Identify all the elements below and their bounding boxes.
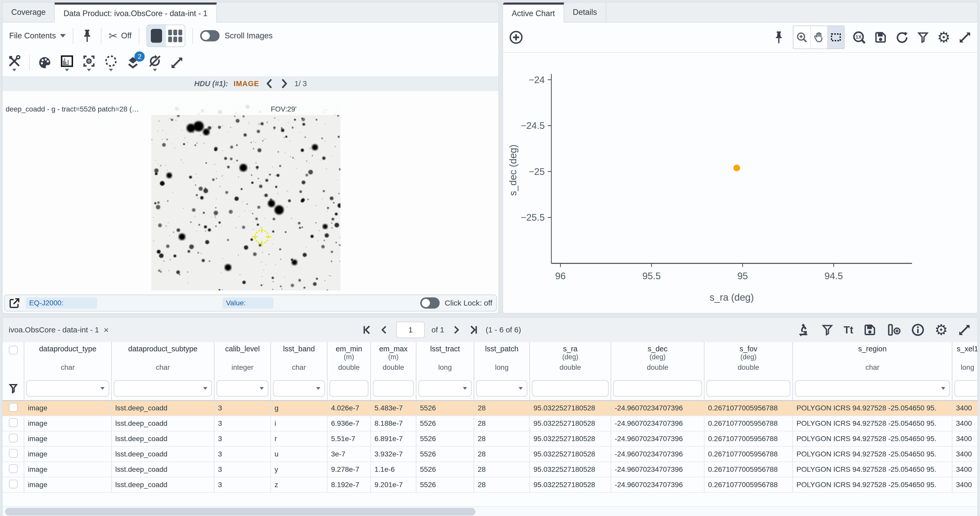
filter-input-em_min[interactable] — [329, 380, 368, 397]
filter-chart-icon[interactable] — [916, 30, 929, 44]
scrollbar-thumb[interactable] — [5, 508, 476, 516]
previous-page-button[interactable] — [379, 324, 390, 336]
chart-area[interactable]: 9695.59594.5−24−24.5−25−25.5s_ra (deg)s_… — [503, 53, 977, 313]
crop-toggle-button[interactable]: ✂ Off — [109, 30, 132, 42]
close-table-icon[interactable]: × — [103, 325, 109, 335]
color-palette-icon[interactable] — [37, 55, 52, 70]
zoom-original-icon[interactable]: 1X — [852, 30, 866, 44]
row-checkbox[interactable] — [9, 464, 18, 473]
click-lock-toggle[interactable] — [420, 297, 440, 309]
column-header-s_dec[interactable]: s_dec(deg)double — [611, 342, 704, 377]
previous-hdu-button[interactable] — [265, 78, 274, 89]
add-column-icon[interactable] — [886, 323, 901, 337]
column-header-lsst_band[interactable]: lsst_bandchar — [271, 342, 327, 377]
column-header-s_fov[interactable]: s_fov(deg)double — [704, 342, 793, 377]
expand-chart-icon[interactable] — [958, 30, 972, 44]
chevron-down-icon[interactable] — [260, 387, 264, 390]
filter-input-dataproduct_type[interactable] — [26, 380, 109, 397]
filter-input-lsst_tract[interactable] — [418, 380, 472, 397]
filter-input-s_fov[interactable] — [706, 380, 790, 397]
chevron-down-icon[interactable] — [203, 387, 207, 390]
chart-settings-gear-icon[interactable]: ⚙ — [937, 30, 950, 45]
filter-input-s_region[interactable] — [795, 380, 950, 397]
horizontal-scrollbar[interactable] — [3, 506, 977, 516]
grid-image-view-button[interactable] — [166, 25, 185, 46]
column-header-em_min[interactable]: em_min(m)double — [327, 342, 371, 377]
tab-details[interactable]: Details — [564, 3, 606, 22]
pin-chart-icon[interactable] — [772, 30, 785, 45]
filter-input-dataproduct_subtype[interactable] — [114, 380, 212, 397]
filter-input-lsst_patch[interactable] — [476, 380, 527, 397]
table-row[interactable]: imagelsst.deep_coadd3y9.278e-71.1e-65526… — [3, 462, 977, 477]
column-header-em_max[interactable]: em_max(m)double — [371, 342, 416, 377]
table-info-icon[interactable] — [911, 323, 925, 337]
wcs-unlock-button[interactable] — [148, 54, 162, 71]
tab-coverage[interactable]: Coverage — [3, 3, 55, 22]
tab-active-chart[interactable]: Active Chart — [503, 3, 564, 22]
layers-button[interactable]: 2 — [126, 56, 140, 70]
filter-input-em_max[interactable] — [373, 380, 414, 397]
table-row[interactable]: imagelsst.deep_coadd3z8.192e-79.201e-755… — [3, 477, 977, 492]
chevron-down-icon[interactable] — [941, 387, 945, 390]
stretch-histogram-button[interactable] — [60, 54, 74, 71]
recenter-button[interactable] — [82, 54, 96, 71]
chevron-down-icon[interactable] — [463, 387, 467, 390]
chevron-down-icon[interactable] — [316, 387, 320, 390]
data-point[interactable] — [733, 165, 740, 171]
zoom-mode-button[interactable] — [794, 26, 810, 49]
column-header-dataproduct_type[interactable]: dataproduct_typechar — [24, 342, 111, 377]
column-header-calib_level[interactable]: calib_levelinteger — [214, 342, 271, 377]
table-settings-gear-icon[interactable]: ⚙ — [934, 322, 948, 337]
select-all-header[interactable] — [3, 342, 24, 377]
select-region-button[interactable] — [104, 54, 118, 71]
text-view-icon[interactable]: Tt — [843, 324, 853, 336]
expand-table-icon[interactable] — [958, 323, 971, 337]
page-number-input[interactable] — [396, 322, 425, 338]
single-image-view-button[interactable] — [147, 25, 166, 46]
scatter-plot[interactable]: 9695.59594.5−24−24.5−25−25.5s_ra (deg)s_… — [503, 53, 974, 308]
next-page-button[interactable] — [451, 324, 461, 336]
table-tab[interactable]: ivoa.ObsCore - data-int - 1 × — [9, 325, 361, 335]
row-checkbox[interactable] — [9, 434, 18, 442]
save-table-icon[interactable] — [863, 323, 877, 337]
select-mode-button[interactable] — [827, 26, 844, 49]
row-checkbox[interactable] — [9, 449, 18, 458]
scroll-images-toggle[interactable] — [200, 30, 220, 41]
add-chart-icon[interactable] — [509, 30, 523, 45]
chevron-down-icon[interactable] — [100, 387, 105, 390]
file-contents-dropdown[interactable]: File Contents — [9, 31, 66, 40]
row-checkbox[interactable] — [9, 403, 18, 412]
column-header-s_ra[interactable]: s_ra(deg)double — [530, 342, 611, 377]
table-row[interactable]: imagelsst.deep_coadd3r5.51e-76.891e-7552… — [3, 431, 977, 446]
external-view-icon[interactable] — [9, 297, 21, 309]
first-page-button[interactable] — [361, 324, 373, 336]
chevron-down-icon[interactable] — [519, 387, 523, 390]
row-checkbox[interactable] — [9, 480, 18, 488]
tab-data-product[interactable]: Data Product: ivoa.ObsCore - data-int - … — [55, 3, 216, 22]
filter-input-s_dec[interactable] — [613, 380, 702, 397]
filter-input-s_xel1[interactable] — [955, 380, 977, 397]
filter-input-lsst_band[interactable] — [273, 380, 325, 397]
filter-input-calib_level[interactable] — [216, 380, 268, 397]
filter-table-icon[interactable] — [821, 323, 834, 337]
last-page-button[interactable] — [468, 324, 479, 336]
select-all-checkbox[interactable] — [9, 346, 18, 354]
column-header-lsst_tract[interactable]: lsst_tractlong — [416, 342, 474, 377]
table-row[interactable]: imagelsst.deep_coadd3u3e-73.932e-7552628… — [3, 446, 977, 462]
restore-chart-icon[interactable] — [895, 30, 909, 44]
save-chart-icon[interactable] — [873, 30, 888, 44]
column-header-lsst_patch[interactable]: lsst_patchlong — [474, 342, 530, 377]
pan-mode-button[interactable] — [810, 26, 827, 49]
image-tools-button[interactable] — [7, 54, 21, 71]
fits-image[interactable] — [151, 104, 340, 290]
row-checkbox[interactable] — [9, 418, 18, 427]
column-header-dataproduct_subtype[interactable]: dataproduct_subtypechar — [111, 342, 214, 377]
tap-search-button[interactable] — [797, 323, 811, 337]
filter-input-s_ra[interactable] — [532, 380, 609, 397]
next-hdu-button[interactable] — [280, 78, 289, 89]
expand-icon[interactable] — [170, 56, 184, 70]
column-header-s_region[interactable]: s_regionchar — [793, 342, 952, 377]
table-row[interactable]: imagelsst.deep_coadd3g4.026e-75.483e-755… — [3, 400, 977, 416]
column-header-s_xel1[interactable]: s_xel1long — [952, 342, 977, 377]
pin-icon[interactable] — [81, 29, 94, 43]
